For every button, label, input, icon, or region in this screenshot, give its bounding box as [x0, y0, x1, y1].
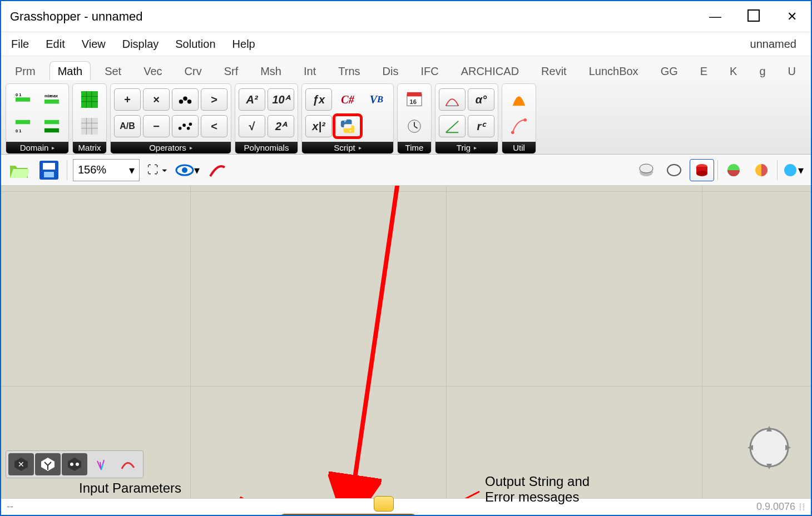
poly-pow2-button[interactable]: 2ᴬ [268, 115, 294, 137]
menu-help[interactable]: Help [232, 38, 255, 51]
tab-dis[interactable]: Dis [374, 61, 407, 80]
dock-hex3-icon[interactable] [62, 453, 87, 475]
svg-point-52 [76, 463, 79, 466]
maximize-button[interactable] [747, 9, 760, 22]
op-add-button[interactable]: + [114, 88, 141, 111]
menu-bar: File Edit View Display Solution Help unn… [1, 32, 811, 56]
svg-line-42 [351, 186, 402, 498]
poly-pow10-button[interactable]: 10ᴬ [268, 88, 294, 111]
op-less-button[interactable]: < [201, 115, 227, 137]
tab-crv[interactable]: Crv [176, 61, 210, 80]
svg-text:16: 16 [410, 98, 417, 105]
blue-ball-icon[interactable]: ▾ [781, 159, 805, 181]
close-button[interactable]: ✕ [780, 9, 804, 24]
open-file-button[interactable] [7, 159, 31, 181]
menu-edit[interactable]: Edit [46, 38, 65, 51]
wire-icon[interactable] [662, 159, 686, 181]
svg-point-17 [189, 122, 192, 126]
tab-set[interactable]: Set [96, 61, 130, 80]
shade-icon[interactable] [634, 159, 658, 181]
zoom-extents-button[interactable]: ⛶ ▾ [145, 159, 170, 181]
poly-sqrt-button[interactable]: √ [239, 115, 265, 137]
tab-lunchbox[interactable]: LunchBox [581, 61, 647, 80]
matrix-green-icon[interactable] [76, 88, 103, 111]
op-multiply-button[interactable]: × [143, 88, 170, 111]
menu-display[interactable]: Display [122, 38, 159, 51]
red-cylinder-icon[interactable] [690, 159, 714, 181]
svg-point-32 [640, 164, 653, 173]
svg-rect-28 [44, 172, 54, 177]
svg-point-39 [784, 164, 796, 176]
trig-angle-icon[interactable] [439, 115, 466, 137]
tab-vec[interactable]: Vec [135, 61, 170, 80]
op-cloud2-icon[interactable] [172, 115, 199, 137]
script-python-button[interactable] [334, 115, 361, 137]
time-clock-icon[interactable] [401, 115, 428, 137]
resize-grip-icon[interactable]: ⁞⁞ [799, 501, 805, 513]
tab-srf[interactable]: Srf [216, 61, 247, 80]
svg-point-11 [179, 100, 184, 104]
tab-msh[interactable]: Msh [252, 61, 290, 80]
svg-text:0 1: 0 1 [16, 92, 21, 97]
tab-k[interactable]: K [721, 61, 745, 80]
panel-operators: + A/B × − > < Operators▸ [110, 83, 231, 154]
poly-square-button[interactable]: A² [239, 88, 265, 111]
panel-time: 16 Time [397, 83, 432, 154]
dock-hex1-icon[interactable]: ✕ [8, 453, 34, 475]
script-x2-button[interactable]: x|² [305, 115, 332, 137]
time-calendar-icon[interactable]: 16 [401, 88, 428, 111]
domain-bounds-icon[interactable]: minmax [38, 88, 65, 111]
util-interpolate-icon[interactable] [506, 115, 532, 137]
save-file-button[interactable] [37, 159, 61, 181]
domain-remap-icon[interactable] [38, 115, 65, 137]
tab-u[interactable]: U [780, 61, 804, 80]
trig-arc-icon[interactable] [439, 88, 466, 111]
svg-line-44 [240, 497, 290, 498]
trig-alpha-button[interactable]: α° [468, 88, 494, 111]
minimize-button[interactable]: — [703, 9, 727, 24]
tab-math[interactable]: Math [49, 61, 91, 80]
svg-rect-0 [16, 97, 30, 102]
tab-gg[interactable]: GG [652, 61, 686, 80]
python-script-node[interactable]: x y out a [279, 514, 417, 516]
svg-point-36 [696, 171, 707, 176]
preview-toggle-button[interactable]: ▾ [175, 159, 200, 181]
matrix-gray-icon[interactable] [76, 115, 103, 137]
green-ball-icon[interactable] [721, 159, 746, 181]
script-fx-button[interactable]: ƒx [305, 88, 332, 111]
op-greater-button[interactable]: > [201, 88, 227, 111]
annotation-out-label: Output String and Error messages [485, 474, 590, 505]
op-cloud1-icon[interactable] [172, 88, 199, 111]
node-tooltip-icon[interactable] [374, 496, 394, 512]
tab-revit[interactable]: Revit [533, 61, 575, 80]
zoom-select[interactable]: 156%▾ [73, 159, 140, 181]
tab-ifc[interactable]: IFC [412, 61, 447, 80]
menu-file[interactable]: File [11, 38, 29, 51]
dock-curve-icon[interactable] [115, 453, 141, 475]
tab-prm[interactable]: Prm [7, 61, 44, 80]
svg-point-33 [667, 165, 681, 176]
canvas[interactable]: x y out a Input Parameters Output String… [1, 186, 811, 498]
tab-archicad[interactable]: ARCHICAD [453, 61, 527, 80]
window-title: Grasshopper - unnamed [10, 9, 703, 24]
util-bell-icon[interactable] [506, 88, 532, 111]
tab-trns[interactable]: Trns [330, 61, 368, 80]
sketch-button[interactable] [205, 159, 230, 181]
domain-deconstruct-icon[interactable]: 0 1 [9, 115, 36, 137]
menu-solution[interactable]: Solution [175, 38, 215, 51]
menu-view[interactable]: View [82, 38, 106, 51]
tab-e[interactable]: E [692, 61, 716, 80]
svg-point-13 [187, 100, 192, 104]
domain-construct-icon[interactable]: 0 1 [9, 88, 36, 111]
script-csharp-button[interactable]: C# [334, 88, 361, 111]
op-subtract-button[interactable]: − [143, 115, 170, 137]
orange-ball-icon[interactable] [749, 159, 774, 181]
op-divide-button[interactable]: A/B [114, 115, 141, 137]
tab-int[interactable]: Int [295, 61, 324, 80]
dock-tree-icon[interactable] [35, 453, 61, 475]
script-vb-button[interactable]: VB [363, 88, 390, 111]
dock-spark-icon[interactable] [88, 453, 114, 475]
compass-widget[interactable] [744, 423, 794, 473]
trig-rad-button[interactable]: rᶜ [468, 115, 494, 137]
tab-g[interactable]: g [751, 61, 774, 80]
